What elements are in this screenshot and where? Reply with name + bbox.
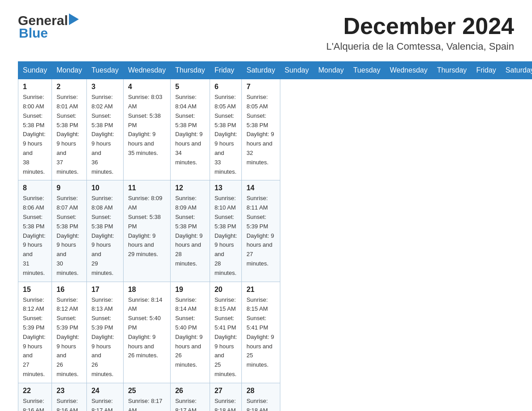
page-header: General Blue December 2024 L'Alqueria de… <box>18 13 514 52</box>
day-info: Sunrise: 8:11 AMSunset: 5:39 PMDaylight:… <box>246 194 275 268</box>
day-info: Sunrise: 8:06 AMSunset: 5:38 PMDaylight:… <box>23 194 47 278</box>
day-number: 24 <box>91 387 119 395</box>
week-row-1: 1Sunrise: 8:00 AMSunset: 5:38 PMDaylight… <box>18 79 532 180</box>
day-number: 21 <box>246 286 275 294</box>
day-number: 8 <box>23 184 47 192</box>
logo-blue-text: Blue <box>19 26 48 40</box>
header-tuesday: Tuesday <box>87 62 124 79</box>
col-header-friday: Friday <box>472 62 501 79</box>
day-number: 6 <box>215 83 237 91</box>
col-header-sunday: Sunday <box>280 62 313 79</box>
day-number: 27 <box>215 387 237 395</box>
day-number: 5 <box>175 83 205 91</box>
svg-marker-0 <box>69 13 79 25</box>
calendar-table: SundayMondayTuesdayWednesdayThursdayFrid… <box>18 61 532 411</box>
calendar-cell: 17Sunrise: 8:13 AMSunset: 5:39 PMDayligh… <box>87 282 124 383</box>
day-info: Sunrise: 8:08 AMSunset: 5:38 PMDaylight:… <box>91 194 119 278</box>
calendar-cell: 9Sunrise: 8:07 AMSunset: 5:38 PMDaylight… <box>52 180 87 282</box>
day-info: Sunrise: 8:09 AMSunset: 5:38 PMDaylight:… <box>175 194 205 268</box>
calendar-cell: 27Sunrise: 8:18 AMSunset: 5:45 PMDayligh… <box>210 383 242 411</box>
col-header-wednesday: Wednesday <box>385 62 432 79</box>
day-number: 11 <box>128 184 166 192</box>
col-header-monday: Monday <box>313 62 348 79</box>
day-info: Sunrise: 8:17 AMSunset: 5:44 PMDaylight:… <box>175 397 205 411</box>
calendar-cell: 14Sunrise: 8:11 AMSunset: 5:39 PMDayligh… <box>242 180 280 282</box>
calendar-header-row: SundayMondayTuesdayWednesdayThursdayFrid… <box>18 62 532 79</box>
day-number: 16 <box>56 286 82 294</box>
header-saturday: Saturday <box>242 62 280 79</box>
day-info: Sunrise: 8:17 AMSunset: 5:43 PMDaylight:… <box>91 397 119 411</box>
calendar-cell: 6Sunrise: 8:05 AMSunset: 5:38 PMDaylight… <box>210 79 242 180</box>
header-sunday: Sunday <box>18 62 52 79</box>
calendar-cell: 2Sunrise: 8:01 AMSunset: 5:38 PMDaylight… <box>52 79 87 180</box>
calendar-cell: 26Sunrise: 8:17 AMSunset: 5:44 PMDayligh… <box>171 383 210 411</box>
day-info: Sunrise: 8:16 AMSunset: 5:42 PMDaylight:… <box>56 397 82 411</box>
calendar-cell: 28Sunrise: 8:18 AMSunset: 5:45 PMDayligh… <box>242 383 280 411</box>
day-number: 12 <box>175 184 205 192</box>
day-info: Sunrise: 8:01 AMSunset: 5:38 PMDaylight:… <box>56 93 82 176</box>
day-number: 17 <box>91 286 119 294</box>
calendar-cell: 13Sunrise: 8:10 AMSunset: 5:38 PMDayligh… <box>210 180 242 282</box>
day-info: Sunrise: 8:09 AMSunset: 5:38 PMDaylight:… <box>128 194 166 259</box>
day-info: Sunrise: 8:15 AMSunset: 5:41 PMDaylight:… <box>215 295 237 379</box>
day-info: Sunrise: 8:03 AMSunset: 5:38 PMDaylight:… <box>128 93 166 158</box>
day-info: Sunrise: 8:10 AMSunset: 5:38 PMDaylight:… <box>215 194 237 278</box>
calendar-cell: 8Sunrise: 8:06 AMSunset: 5:38 PMDaylight… <box>18 180 52 282</box>
day-info: Sunrise: 8:18 AMSunset: 5:45 PMDaylight:… <box>215 397 237 411</box>
calendar-cell: 20Sunrise: 8:15 AMSunset: 5:41 PMDayligh… <box>210 282 242 383</box>
day-info: Sunrise: 8:00 AMSunset: 5:38 PMDaylight:… <box>23 93 47 176</box>
day-info: Sunrise: 8:14 AMSunset: 5:40 PMDaylight:… <box>128 295 166 361</box>
calendar-cell: 10Sunrise: 8:08 AMSunset: 5:38 PMDayligh… <box>87 180 124 282</box>
day-info: Sunrise: 8:14 AMSunset: 5:40 PMDaylight:… <box>175 295 205 370</box>
week-row-2: 8Sunrise: 8:06 AMSunset: 5:38 PMDaylight… <box>18 180 532 282</box>
day-info: Sunrise: 8:05 AMSunset: 5:38 PMDaylight:… <box>215 93 237 176</box>
calendar-cell: 22Sunrise: 8:16 AMSunset: 5:42 PMDayligh… <box>18 383 52 411</box>
col-header-thursday: Thursday <box>432 62 472 79</box>
day-info: Sunrise: 8:15 AMSunset: 5:41 PMDaylight:… <box>246 295 275 370</box>
col-header-saturday: Saturday <box>501 62 532 79</box>
location-subtitle: L'Alqueria de la Comtessa, Valencia, Spa… <box>326 41 514 52</box>
day-number: 18 <box>128 286 166 294</box>
calendar-cell: 4Sunrise: 8:03 AMSunset: 5:38 PMDaylight… <box>123 79 170 180</box>
day-info: Sunrise: 8:12 AMSunset: 5:39 PMDaylight:… <box>56 295 82 379</box>
calendar-cell: 7Sunrise: 8:05 AMSunset: 5:38 PMDaylight… <box>242 79 280 180</box>
calendar-cell: 25Sunrise: 8:17 AMSunset: 5:43 PMDayligh… <box>123 383 170 411</box>
day-number: 9 <box>56 184 82 192</box>
calendar-cell: 18Sunrise: 8:14 AMSunset: 5:40 PMDayligh… <box>123 282 170 383</box>
calendar-cell: 5Sunrise: 8:04 AMSunset: 5:38 PMDaylight… <box>171 79 210 180</box>
day-info: Sunrise: 8:05 AMSunset: 5:38 PMDaylight:… <box>246 93 275 167</box>
calendar-cell: 23Sunrise: 8:16 AMSunset: 5:42 PMDayligh… <box>52 383 87 411</box>
logo-arrow-icon <box>69 13 79 25</box>
week-row-3: 15Sunrise: 8:12 AMSunset: 5:39 PMDayligh… <box>18 282 532 383</box>
header-monday: Monday <box>52 62 87 79</box>
col-header-tuesday: Tuesday <box>348 62 385 79</box>
logo: General Blue <box>18 13 79 40</box>
calendar-cell: 12Sunrise: 8:09 AMSunset: 5:38 PMDayligh… <box>171 180 210 282</box>
day-number: 4 <box>128 83 166 91</box>
day-number: 3 <box>91 83 119 91</box>
calendar-cell: 1Sunrise: 8:00 AMSunset: 5:38 PMDaylight… <box>18 79 52 180</box>
header-wednesday: Wednesday <box>123 62 170 79</box>
header-friday: Friday <box>210 62 242 79</box>
week-row-4: 22Sunrise: 8:16 AMSunset: 5:42 PMDayligh… <box>18 383 532 411</box>
title-section: December 2024 L'Alqueria de la Comtessa,… <box>326 13 514 52</box>
day-info: Sunrise: 8:13 AMSunset: 5:39 PMDaylight:… <box>91 295 119 379</box>
day-number: 13 <box>215 184 237 192</box>
calendar-cell: 3Sunrise: 8:02 AMSunset: 5:38 PMDaylight… <box>87 79 124 180</box>
day-number: 19 <box>175 286 205 294</box>
calendar-cell: 19Sunrise: 8:14 AMSunset: 5:40 PMDayligh… <box>171 282 210 383</box>
day-number: 1 <box>23 83 47 91</box>
day-info: Sunrise: 8:02 AMSunset: 5:38 PMDaylight:… <box>91 93 119 176</box>
day-number: 20 <box>215 286 237 294</box>
day-info: Sunrise: 8:07 AMSunset: 5:38 PMDaylight:… <box>56 194 82 278</box>
day-number: 23 <box>56 387 82 395</box>
calendar-cell: 11Sunrise: 8:09 AMSunset: 5:38 PMDayligh… <box>123 180 170 282</box>
calendar-cell: 16Sunrise: 8:12 AMSunset: 5:39 PMDayligh… <box>52 282 87 383</box>
day-info: Sunrise: 8:04 AMSunset: 5:38 PMDaylight:… <box>175 93 205 167</box>
calendar-cell: 24Sunrise: 8:17 AMSunset: 5:43 PMDayligh… <box>87 383 124 411</box>
day-number: 25 <box>128 387 166 395</box>
calendar-cell: 21Sunrise: 8:15 AMSunset: 5:41 PMDayligh… <box>242 282 280 383</box>
day-number: 15 <box>23 286 47 294</box>
day-number: 2 <box>56 83 82 91</box>
day-info: Sunrise: 8:18 AMSunset: 5:45 PMDaylight:… <box>246 397 275 411</box>
